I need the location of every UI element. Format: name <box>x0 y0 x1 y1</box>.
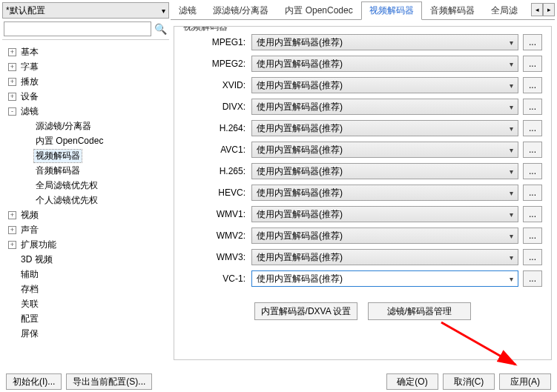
group-button-row: 内置解码器/DXVA 设置 滤镜/解码器管理 <box>180 293 545 323</box>
ok-button[interactable]: 确定(O) <box>386 373 438 390</box>
apply-button[interactable]: 应用(A) <box>499 373 551 390</box>
tree-item-label: 视频 <box>19 209 40 222</box>
tab[interactable]: 音频解码器 <box>422 1 483 19</box>
tree-item[interactable]: +视频 <box>4 207 168 222</box>
codec-select[interactable]: 使用内置解码器(推荐)▾ <box>251 142 518 158</box>
tree-item[interactable]: +声音 <box>4 222 168 237</box>
codec-select[interactable]: 使用内置解码器(推荐)▾ <box>251 77 518 93</box>
codec-select[interactable]: 使用内置解码器(推荐)▾ <box>251 249 518 265</box>
tree-item[interactable]: 内置 OpenCodec <box>4 133 168 148</box>
tree-item[interactable]: 音频解码器 <box>4 163 168 178</box>
codec-select-value: 使用内置解码器(推荐) <box>257 122 343 135</box>
codec-more-button[interactable]: ... <box>523 77 542 93</box>
tab-scroll-right[interactable]: ▸ <box>543 3 555 16</box>
tab[interactable]: 源滤镜/分离器 <box>205 1 277 19</box>
cancel-button[interactable]: 取消(C) <box>443 373 495 390</box>
tree-item[interactable]: +设备 <box>4 89 168 104</box>
tree-item-label: 内置 OpenCodec <box>34 135 105 147</box>
codec-more-button[interactable]: ... <box>523 206 542 222</box>
codec-select[interactable]: 使用内置解码器(推荐)▾ <box>251 56 518 72</box>
codec-label: VC-1: <box>180 273 247 284</box>
codec-more-button[interactable]: ... <box>523 34 542 50</box>
tree-item[interactable]: +扩展功能 <box>4 237 168 252</box>
codec-select[interactable]: 使用内置解码器(推荐)▾ <box>251 163 518 179</box>
codec-label: DIVX: <box>180 102 247 112</box>
init-button[interactable]: 初始化(I)... <box>6 373 62 390</box>
codec-more-button[interactable]: ... <box>523 120 542 136</box>
tree-item[interactable]: -滤镜 <box>4 104 168 119</box>
codec-select[interactable]: 使用内置解码器(推荐)▾ <box>251 120 518 136</box>
codec-select[interactable]: 使用内置解码器(推荐)▾ <box>251 206 518 222</box>
chevron-down-icon: ▾ <box>510 146 513 154</box>
collapse-icon[interactable]: - <box>8 107 16 116</box>
right-pane: 滤镜源滤镜/分离器内置 OpenCodec视频解码器音频解码器全局滤 ◂ ▸ 视… <box>171 2 555 363</box>
search-row: 🔍 <box>2 20 169 40</box>
codec-more-button[interactable]: ... <box>523 227 542 244</box>
expand-icon[interactable]: + <box>8 241 16 249</box>
codec-select[interactable]: 使用内置解码器(推荐)▾ <box>251 185 518 201</box>
tab[interactable]: 全局滤 <box>483 1 526 19</box>
codec-more-button[interactable]: ... <box>523 163 542 179</box>
chevron-down-icon: ▾ <box>510 103 513 111</box>
filter-manage-button[interactable]: 滤镜/解码器管理 <box>368 302 471 320</box>
tree-item[interactable]: +播放 <box>4 74 168 89</box>
chevron-down-icon: ▾ <box>510 275 513 283</box>
codec-select[interactable]: 使用内置解码器(推荐)▾ <box>251 227 518 244</box>
codec-more-button[interactable]: ... <box>523 185 542 201</box>
codec-more-button[interactable]: ... <box>523 249 542 265</box>
toggle-blank <box>23 152 31 160</box>
codec-list: MPEG1:使用内置解码器(推荐)▾...MPEG2:使用内置解码器(推荐)▾.… <box>180 34 545 293</box>
codec-select[interactable]: 使用内置解码器(推荐)▾ <box>251 99 518 115</box>
tab[interactable]: 内置 OpenCodec <box>277 1 360 19</box>
codec-select[interactable]: 使用内置解码器(推荐)▾ <box>251 270 518 287</box>
codec-label: H.264: <box>180 123 247 133</box>
codec-more-button[interactable]: ... <box>523 142 542 158</box>
tree-item-label: 音频解码器 <box>34 165 82 177</box>
tree-item[interactable]: 全局滤镜优先权 <box>4 178 168 193</box>
chevron-down-icon: ▾ <box>510 189 513 197</box>
tree-item[interactable]: 屏保 <box>4 326 168 341</box>
codec-more-button[interactable]: ... <box>523 56 542 72</box>
codec-label: WMV3: <box>180 252 247 262</box>
codec-row: WMV1:使用内置解码器(推荐)▾... <box>180 206 542 222</box>
tree-item[interactable]: 3D 视频 <box>4 252 168 267</box>
tab[interactable]: 视频解码器 <box>361 1 422 20</box>
chevron-down-icon: ▾ <box>510 39 513 47</box>
expand-icon[interactable]: + <box>8 211 16 219</box>
tab-scroll-left[interactable]: ◂ <box>531 3 543 16</box>
tree-item[interactable]: +基本 <box>4 44 168 59</box>
expand-icon[interactable]: + <box>8 48 16 56</box>
tab[interactable]: 滤镜 <box>171 1 205 19</box>
tab-nav: ◂ ▸ <box>531 3 555 16</box>
expand-icon[interactable]: + <box>8 226 16 234</box>
settings-tree[interactable]: +基本+字幕+播放+设备-滤镜源滤镜/分离器内置 OpenCodec视频解码器音… <box>2 41 169 363</box>
tree-item-label: 关联 <box>19 298 40 310</box>
codec-more-button[interactable]: ... <box>523 99 542 115</box>
group-title: 视频解码器 <box>180 26 231 33</box>
tree-item[interactable]: 个人滤镜优先权 <box>4 193 168 207</box>
codec-more-button[interactable]: ... <box>523 270 542 287</box>
tree-item-label: 配置 <box>19 313 40 325</box>
codec-row: H.265:使用内置解码器(推荐)▾... <box>180 163 542 179</box>
expand-icon[interactable]: + <box>8 93 16 101</box>
search-icon[interactable]: 🔍 <box>153 21 168 36</box>
tree-item[interactable]: 配置 <box>4 311 168 326</box>
config-profile-select[interactable]: *默认配置 ▾ <box>2 2 169 19</box>
tree-item[interactable]: 视频解码器 <box>4 148 168 163</box>
expand-icon[interactable]: + <box>8 63 16 71</box>
codec-select[interactable]: 使用内置解码器(推荐)▾ <box>251 34 518 50</box>
codec-select-value: 使用内置解码器(推荐) <box>257 230 343 242</box>
export-config-button[interactable]: 导出当前配置(S)... <box>66 373 152 390</box>
video-decoder-group: 视频解码器 MPEG1:使用内置解码器(推荐)▾...MPEG2:使用内置解码器… <box>174 26 552 360</box>
tree-item[interactable]: +字幕 <box>4 59 168 74</box>
toggle-blank <box>23 182 31 190</box>
tree-item[interactable]: 辅助 <box>4 267 168 282</box>
search-input[interactable] <box>4 21 151 36</box>
expand-icon[interactable]: + <box>8 78 16 86</box>
toggle-blank <box>8 256 16 264</box>
tree-item[interactable]: 源滤镜/分离器 <box>4 119 168 133</box>
dxva-settings-button[interactable]: 内置解码器/DXVA 设置 <box>254 302 357 320</box>
tree-item[interactable]: 关联 <box>4 296 168 311</box>
tree-item-label: 播放 <box>19 76 40 88</box>
tree-item[interactable]: 存档 <box>4 282 168 296</box>
